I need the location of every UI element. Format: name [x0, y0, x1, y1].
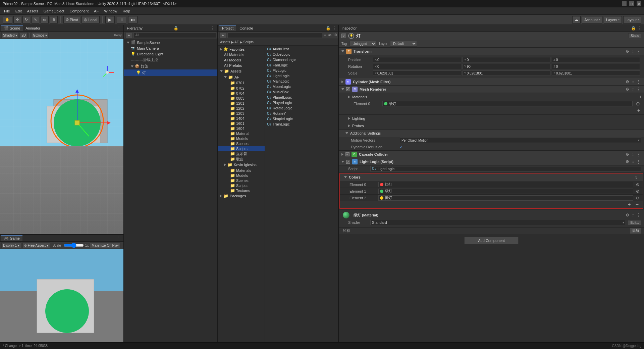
shader-value[interactable]: Standard ▾	[370, 220, 626, 225]
mesh-renderer-more-icon[interactable]: ↕	[631, 87, 635, 92]
color-2-target-btn[interactable]: ⊙	[635, 196, 640, 200]
hierarchy-search[interactable]	[133, 33, 216, 38]
game-more-btn[interactable]: ⋮	[116, 236, 122, 240]
aspect-btn[interactable]: ⊙ Free Aspect ▾	[22, 242, 50, 248]
tool-rect[interactable]: ▭	[41, 16, 49, 23]
menu-gameobject[interactable]: GameObject	[41, 8, 67, 14]
shaded-btn[interactable]: Shaded ▾	[1, 32, 19, 38]
inspector-lock-icon[interactable]: 🔒	[631, 26, 636, 31]
account-button[interactable]: Account ▾	[582, 16, 602, 23]
inspector-more-icon[interactable]: ⋮	[637, 26, 641, 31]
tool-scale[interactable]: ⤡	[32, 16, 39, 23]
light-logic-checkbox[interactable]: ✓	[346, 160, 350, 164]
packages-folder[interactable]: 📁 Packages	[218, 193, 265, 199]
material-overflow-icon[interactable]: ⋮	[636, 213, 641, 217]
scale-y-field[interactable]: Y 0.6281801	[463, 70, 551, 76]
menu-window[interactable]: Window	[101, 8, 120, 14]
probes-section[interactable]: Probes	[339, 122, 644, 130]
mesh-filter-overflow-icon[interactable]: ⋮	[636, 80, 641, 84]
folder-kevin-scenes[interactable]: 📁 Scenes	[218, 178, 265, 183]
position-y-field[interactable]: Y 0	[463, 57, 551, 62]
display-btn[interactable]: Display 1 ▾	[1, 242, 21, 248]
mesh-filter-more-icon[interactable]: ↕	[631, 80, 635, 84]
folder-0803[interactable]: 📁 0803	[218, 96, 265, 101]
project-search[interactable]	[227, 33, 322, 38]
static-button[interactable]: Static	[628, 33, 641, 38]
script-mainlogic[interactable]: C# MainLogic	[265, 79, 338, 84]
close-button[interactable]: ✕	[637, 1, 641, 6]
light-logic-more-icon[interactable]: ↕	[631, 159, 635, 164]
play-button[interactable]: ▶	[105, 16, 115, 23]
transform-settings-icon[interactable]: ⚙	[625, 49, 630, 54]
capsule-more-icon[interactable]: ↕	[631, 152, 635, 157]
kevin-folder[interactable]: 📁 Kevin Iglesias	[218, 162, 265, 168]
hierarchy-light[interactable]: 💡 灯	[124, 69, 217, 76]
hierarchy-main-camera[interactable]: 📷 Main Camera	[124, 45, 217, 51]
color-element-2-value[interactable]: 黄灯	[378, 195, 633, 201]
capsule-checkbox[interactable]: ✓	[345, 152, 350, 156]
script-flylogic[interactable]: C# FlyLogic	[265, 68, 338, 73]
color-1-target-btn[interactable]: ⊙	[635, 189, 640, 194]
colors-remove-btn[interactable]: −	[634, 202, 640, 208]
folder-1203[interactable]: 📁 1203	[218, 111, 265, 116]
mesh-renderer-settings-icon[interactable]: ⚙	[625, 87, 630, 92]
hierarchy-add-btn[interactable]: +	[125, 32, 132, 38]
tool-rotate[interactable]: ↻	[22, 16, 30, 23]
material-settings-icon[interactable]: ⚙	[625, 213, 630, 217]
capsule-collider-header[interactable]: ✓ C Capsule Collider ⚙ ↕ ⋮	[339, 151, 644, 158]
menu-edit[interactable]: Edit	[13, 8, 24, 14]
object-active-checkbox[interactable]: ✓	[341, 34, 346, 38]
transform-more-icon[interactable]: ↕	[631, 49, 635, 54]
add-component-button[interactable]: Add Component	[464, 237, 519, 244]
scene-more-btn[interactable]: ⋮	[116, 26, 122, 30]
all-prefabs[interactable]: All Prefabs	[218, 63, 265, 68]
colors-header[interactable]: Colors 3	[340, 173, 643, 181]
hierarchy-game-controller[interactable]: ----------游戏主控	[124, 57, 217, 63]
scale-z-field[interactable]: Z 0.6281801	[552, 70, 640, 76]
script-cubelogic[interactable]: C# CubeLogic	[265, 52, 338, 57]
folder-models[interactable]: 📁 Models	[218, 136, 265, 141]
hierarchy-lantern[interactable]: 📦 灯笼	[124, 63, 217, 69]
additional-settings-header[interactable]: Additional Settings	[339, 130, 644, 137]
folder-0701[interactable]: 📁 0701	[218, 80, 265, 86]
scene-canvas[interactable]	[0, 39, 123, 234]
colors-add-btn[interactable]: +	[626, 202, 632, 208]
script-value[interactable]: C# LightLogic	[370, 166, 641, 171]
hierarchy-scene[interactable]: 🎬 SampleScene	[124, 40, 217, 45]
mesh-filter-header[interactable]: M Cylinder (Mesh Filter) ⚙ ↕ ⋮	[339, 78, 644, 86]
menu-file[interactable]: File	[1, 8, 13, 14]
layer-select[interactable]: Default	[390, 41, 417, 47]
material-more-icon[interactable]: ↕	[631, 213, 635, 217]
favorites-folder[interactable]: ⭐ Favorites	[218, 46, 265, 52]
script-audiotest[interactable]: C# AudioTest	[265, 46, 338, 52]
scale-slider[interactable]	[64, 243, 84, 247]
script-fanlogic[interactable]: C# FanLogic	[265, 62, 338, 68]
rotation-z-field[interactable]: Z 0	[552, 64, 640, 69]
folder-kevin-materials[interactable]: 📁 Materials	[218, 168, 265, 173]
lighting-section[interactable]: Lighting	[339, 115, 644, 122]
layers-button[interactable]: Layers ▾	[604, 16, 622, 23]
folder-scenes[interactable]: 📁 Scenes	[218, 141, 265, 146]
maximize-on-play-btn[interactable]: Maximize On Play	[90, 242, 120, 248]
script-planetlogic[interactable]: C# PlanetLogic	[265, 95, 338, 100]
folder-1601[interactable]: 📁 1601	[218, 121, 265, 126]
mesh-renderer-overflow-icon[interactable]: ⋮	[636, 87, 641, 92]
light-logic-settings-icon[interactable]: ⚙	[625, 159, 630, 164]
folder-0704[interactable]: 📁 0704	[218, 91, 265, 96]
color-element-0-value[interactable]: 红灯	[378, 182, 633, 187]
menu-assets[interactable]: Assets	[24, 8, 41, 14]
script-lightlogic[interactable]: C# LightLogic	[265, 73, 338, 79]
tab-game[interactable]: 🎮 Game	[1, 235, 22, 241]
project-filter-btn[interactable]: ☆	[323, 33, 327, 37]
menu-component[interactable]: Component	[67, 8, 91, 14]
folder-0702[interactable]: 📁 0702	[218, 86, 265, 91]
script-musicbox[interactable]: C# MusicBox	[265, 89, 338, 95]
script-rotatey[interactable]: C# RotateY	[265, 111, 338, 116]
folder-kevin-textures[interactable]: 📁 Textures	[218, 188, 265, 193]
capsule-overflow-icon[interactable]: ⋮	[636, 152, 641, 157]
tag-select[interactable]: Untagged	[350, 41, 376, 47]
light-logic-overflow-icon[interactable]: ⋮	[636, 159, 641, 164]
project-lock-icon[interactable]: 🔒	[326, 26, 331, 31]
materials-add-btn[interactable]: +	[636, 108, 641, 113]
script-playerlogic[interactable]: C# PlayerLogic	[265, 100, 338, 105]
